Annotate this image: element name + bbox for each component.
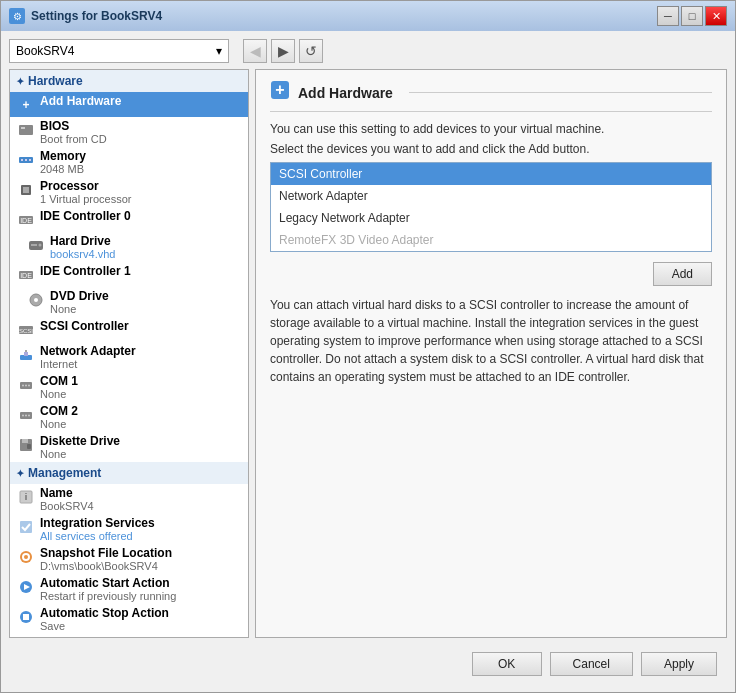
sidebar-item-ide-controller-0[interactable]: IDE IDE Controller 0: [10, 207, 248, 232]
svg-rect-33: [22, 439, 28, 443]
network-adapter-icon: [16, 345, 36, 365]
processor-label: Processor: [40, 179, 132, 193]
maximize-button[interactable]: □: [681, 6, 703, 26]
svg-rect-22: [24, 352, 28, 356]
processor-text: Processor 1 Virtual processor: [40, 179, 132, 205]
add-button[interactable]: Add: [653, 262, 712, 286]
ide-controller-0-text: IDE Controller 0: [40, 209, 131, 223]
sidebar-item-automatic-stop-action[interactable]: Automatic Stop Action Save: [10, 604, 248, 634]
sidebar-item-scsi-controller[interactable]: SCSI SCSI Controller: [10, 317, 248, 342]
hard-drive-label: Hard Drive: [50, 234, 115, 248]
svg-point-31: [28, 415, 30, 417]
hard-drive-sub: booksrv4.vhd: [50, 248, 115, 260]
svg-text:SCSI: SCSI: [19, 328, 33, 334]
nav-buttons: ◀ ▶ ↺: [243, 39, 323, 63]
sidebar-item-bios[interactable]: BIOS Boot from CD: [10, 117, 248, 147]
svg-point-14: [39, 244, 42, 247]
automatic-stop-action-icon: [16, 607, 36, 627]
panel-header: + Add Hardware: [270, 80, 712, 112]
management-chevron-icon: ✦: [16, 468, 24, 479]
svg-point-40: [24, 555, 28, 559]
forward-button[interactable]: ▶: [271, 39, 295, 63]
svg-text:+: +: [275, 81, 284, 98]
memory-sub: 2048 MB: [40, 163, 86, 175]
minimize-button[interactable]: ─: [657, 6, 679, 26]
com2-icon: [16, 405, 36, 425]
svg-text:+: +: [22, 98, 29, 112]
diskette-drive-icon: [16, 435, 36, 455]
svg-point-27: [28, 385, 30, 387]
sidebar-item-name[interactable]: i Name BookSRV4: [10, 484, 248, 514]
ide-controller-1-icon: IDE: [16, 265, 36, 285]
sidebar-item-integration-services[interactable]: Integration Services All services offere…: [10, 514, 248, 544]
panel-title-separator: [409, 92, 712, 93]
svg-text:i: i: [25, 492, 28, 502]
sidebar-item-processor[interactable]: Processor 1 Virtual processor: [10, 177, 248, 207]
ide-controller-1-text: IDE Controller 1: [40, 264, 131, 278]
svg-point-30: [25, 415, 27, 417]
network-adapter-label: Network Adapter: [40, 344, 136, 358]
sidebar-item-automatic-start-action[interactable]: Automatic Start Action Restart if previo…: [10, 574, 248, 604]
toolbar-row: BookSRV4 ▾ ◀ ▶ ↺: [9, 39, 727, 63]
bios-label: BIOS: [40, 119, 107, 133]
bios-text: BIOS Boot from CD: [40, 119, 107, 145]
settings-window: ⚙ Settings for BookSRV4 ─ □ ✕ BookSRV4 ▾…: [0, 0, 736, 693]
window-icon: ⚙: [9, 8, 25, 24]
automatic-start-action-icon: [16, 577, 36, 597]
automatic-stop-action-label: Automatic Stop Action: [40, 606, 169, 620]
network-adapter-sub: Internet: [40, 358, 136, 370]
memory-text: Memory 2048 MB: [40, 149, 86, 175]
sidebar-item-add-hardware[interactable]: + Add Hardware: [10, 92, 248, 117]
svg-rect-2: [19, 125, 33, 135]
name-text: Name BookSRV4: [40, 486, 94, 512]
sidebar-item-ide-controller-1[interactable]: IDE IDE Controller 1: [10, 262, 248, 287]
sidebar-item-com2[interactable]: COM 2 None: [10, 402, 248, 432]
snapshot-file-location-text: Snapshot File Location D:\vms\book\BookS…: [40, 546, 172, 572]
sidebar-item-dvd-drive[interactable]: DVD Drive None: [10, 287, 248, 317]
cancel-button[interactable]: Cancel: [550, 652, 633, 676]
sidebar-item-com1[interactable]: COM 1 None: [10, 372, 248, 402]
integration-services-icon: [16, 517, 36, 537]
device-list: SCSI Controller Network Adapter Legacy N…: [270, 162, 712, 252]
device-list-item-network-adapter[interactable]: Network Adapter: [271, 185, 711, 207]
diskette-drive-label: Diskette Drive: [40, 434, 120, 448]
integration-services-label: Integration Services: [40, 516, 155, 530]
vm-dropdown[interactable]: BookSRV4 ▾: [9, 39, 229, 63]
network-adapter-text: Network Adapter Internet: [40, 344, 136, 370]
panel-desc1: You can use this setting to add devices …: [270, 122, 712, 136]
close-button[interactable]: ✕: [705, 6, 727, 26]
scsi-controller-text: SCSI Controller: [40, 319, 129, 333]
svg-rect-34: [27, 444, 31, 449]
sidebar-item-snapshot-file-location[interactable]: Snapshot File Location D:\vms\book\BookS…: [10, 544, 248, 574]
back-button[interactable]: ◀: [243, 39, 267, 63]
ok-button[interactable]: OK: [472, 652, 542, 676]
dvd-drive-text: DVD Drive None: [50, 289, 109, 315]
diskette-drive-text: Diskette Drive None: [40, 434, 120, 460]
add-hardware-icon: +: [16, 95, 36, 115]
content-area: BookSRV4 ▾ ◀ ▶ ↺ ✦ Hardware: [1, 31, 735, 692]
title-bar: ⚙ Settings for BookSRV4 ─ □ ✕: [1, 1, 735, 31]
integration-services-text: Integration Services All services offere…: [40, 516, 155, 542]
device-list-item-scsi-controller[interactable]: SCSI Controller: [271, 163, 711, 185]
bios-icon: [16, 120, 36, 140]
dropdown-arrow-icon: ▾: [216, 44, 222, 58]
svg-rect-13: [31, 244, 37, 246]
processor-icon: [16, 180, 36, 200]
management-section-header: ✦ Management: [10, 462, 248, 484]
snapshot-file-location-sub: D:\vms\book\BookSRV4: [40, 560, 172, 572]
com2-label: COM 2: [40, 404, 78, 418]
automatic-start-action-text: Automatic Start Action Restart if previo…: [40, 576, 176, 602]
sidebar-item-memory[interactable]: Memory 2048 MB: [10, 147, 248, 177]
device-list-item-legacy-network-adapter[interactable]: Legacy Network Adapter: [271, 207, 711, 229]
com1-text: COM 1 None: [40, 374, 78, 400]
window-title: Settings for BookSRV4: [31, 9, 162, 23]
refresh-button[interactable]: ↺: [299, 39, 323, 63]
right-panel: + Add Hardware You can use this setting …: [255, 69, 727, 638]
bios-sub: Boot from CD: [40, 133, 107, 145]
add-hardware-text: Add Hardware: [40, 94, 121, 108]
sidebar-item-network-adapter[interactable]: Network Adapter Internet: [10, 342, 248, 372]
scsi-controller-label: SCSI Controller: [40, 319, 129, 333]
sidebar-item-hard-drive[interactable]: Hard Drive booksrv4.vhd: [10, 232, 248, 262]
apply-button[interactable]: Apply: [641, 652, 717, 676]
sidebar-item-diskette-drive[interactable]: Diskette Drive None: [10, 432, 248, 462]
